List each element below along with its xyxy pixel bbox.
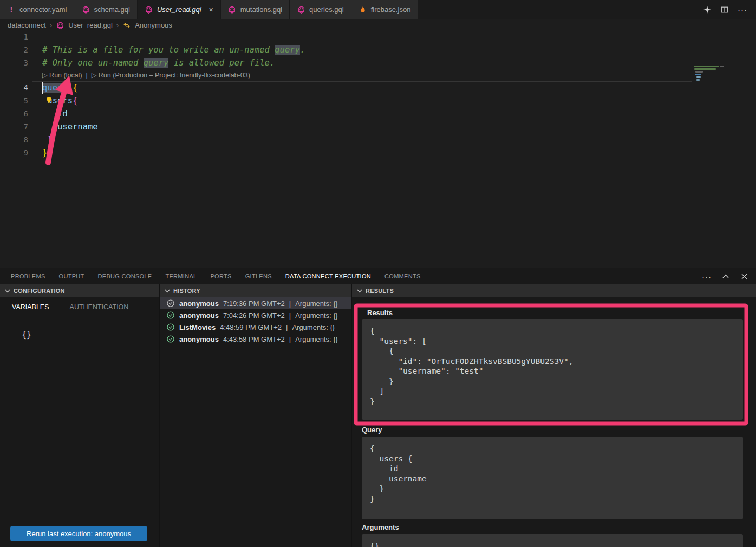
panel-tab-ports[interactable]: PORTS	[210, 268, 231, 284]
rerun-last-execution-button[interactable]: Rerun last execution: anonymous	[10, 526, 147, 541]
codelens-row: ▷ Run (local) | ▷ Run (Production – Proj…	[42, 69, 250, 81]
history-arguments: Arguments: {}	[295, 335, 338, 343]
code-line-6: id	[42, 107, 68, 120]
tab-label: firebase.json	[371, 5, 411, 14]
code-line-2: # This is a file for you to write an un-…	[42, 43, 305, 56]
line-number: 1	[0, 30, 28, 43]
separator: |	[289, 335, 291, 343]
tab-firebase-json[interactable]: firebase.json	[351, 0, 419, 19]
tab-schema-gql[interactable]: schema.gql	[74, 0, 137, 19]
close-tab-icon[interactable]: ×	[209, 5, 213, 14]
panel-tab-problems[interactable]: PROBLEMS	[11, 268, 45, 284]
close-panel-icon[interactable]	[740, 272, 748, 281]
editor-actions: ···	[703, 0, 756, 19]
maximize-panel-icon[interactable]	[721, 272, 730, 281]
history-arguments: Arguments: {}	[295, 299, 338, 308]
tab-label: schema.gql	[94, 5, 129, 14]
line-number: 7	[0, 120, 28, 133]
current-line-highlight	[32, 81, 692, 94]
history-arguments: Arguments: {}	[295, 311, 338, 320]
line-number: 9	[0, 146, 28, 159]
history-item[interactable]: anonymous 7:19:36 PM GMT+2 | Arguments: …	[160, 297, 351, 309]
tab-mutations-gql[interactable]: mutations.gql	[221, 0, 290, 19]
split-editor-icon[interactable]	[720, 5, 729, 14]
chevron-down-icon	[165, 289, 170, 293]
panel-actions: ···	[702, 268, 756, 284]
editor-tab-bar: ! connector.yaml schema.gql User_read.gq…	[0, 0, 756, 19]
configuration-header[interactable]: CONFIGURATION	[0, 284, 159, 297]
arguments-box: {}	[362, 534, 743, 547]
chevron-right-icon: ›	[116, 21, 119, 29]
tab-variables[interactable]: VARIABLES	[12, 303, 49, 315]
code-editor[interactable]: 1 2 3 4 5 6 7 8 9 # This is a file for y…	[0, 31, 756, 268]
history-header[interactable]: HISTORY	[160, 284, 351, 297]
history-time: 7:04:26 PM GMT+2	[223, 311, 285, 320]
breadcrumb-symbol[interactable]: Anonymous	[135, 21, 172, 29]
graphql-icon	[145, 5, 153, 14]
tab-label: mutations.gql	[240, 5, 282, 14]
check-circle-icon	[166, 335, 175, 343]
tab-label: queries.gql	[309, 5, 344, 14]
run-production-link[interactable]: ▷ Run (Production – Project: friendly-fl…	[92, 71, 250, 79]
configuration-section: CONFIGURATION VARIABLES AUTHENTICATION {…	[0, 284, 159, 547]
line-number: 8	[0, 133, 28, 146]
run-local-link[interactable]: ▷ Run (local)	[42, 71, 82, 79]
history-time: 7:19:36 PM GMT+2	[223, 299, 285, 308]
separator: |	[286, 323, 288, 331]
arguments-text: {}	[370, 541, 735, 547]
chevron-down-icon	[5, 289, 10, 293]
tab-connector-yaml[interactable]: ! connector.yaml	[0, 0, 74, 19]
tab-authentication[interactable]: AUTHENTICATION	[70, 303, 129, 315]
more-actions-icon[interactable]: ···	[738, 5, 747, 14]
graphql-icon	[81, 5, 90, 14]
line-number: 3	[0, 56, 28, 69]
lightbulb-icon[interactable]	[44, 96, 53, 105]
panel-tab-comments[interactable]: COMMENTS	[384, 268, 421, 284]
check-circle-icon	[166, 299, 175, 308]
yaml-warning-icon: !	[7, 5, 16, 14]
text-cursor	[42, 82, 43, 94]
panel-tab-debug-console[interactable]: DEBUG CONSOLE	[98, 268, 152, 284]
separator: |	[289, 311, 291, 320]
tab-queries-gql[interactable]: queries.gql	[290, 0, 351, 19]
results-label: Results	[367, 309, 393, 317]
panel-tab-gitlens[interactable]: GITLENS	[245, 268, 272, 284]
code-line-3: # Only one un-named query is allowed per…	[42, 56, 275, 69]
code-line-9: }	[42, 146, 47, 159]
results-header[interactable]: RESULTS	[352, 284, 756, 297]
history-item[interactable]: anonymous 7:04:26 PM GMT+2 | Arguments: …	[160, 309, 351, 321]
word-occurrence-highlight: query	[144, 58, 169, 68]
history-section: HISTORY anonymous 7:19:36 PM GMT+2 | Arg…	[159, 284, 351, 547]
history-item[interactable]: ListMovies 4:48:59 PM GMT+2 | Arguments:…	[160, 321, 351, 333]
configuration-tabs: VARIABLES AUTHENTICATION	[0, 297, 159, 315]
results-section: RESULTS Results { "users": [ { "id": "Or…	[351, 284, 756, 547]
panel-tab-data-connect-execution[interactable]: DATA CONNECT EXECUTION	[285, 268, 371, 284]
check-circle-icon	[166, 311, 175, 320]
breadcrumb-folder[interactable]: dataconnect	[8, 21, 46, 29]
play-icon: ▷	[92, 71, 97, 79]
tab-user-read-gql[interactable]: User_read.gql ×	[138, 0, 221, 19]
panel-tab-terminal[interactable]: TERMINAL	[165, 268, 197, 284]
copilot-sparkle-icon[interactable]	[703, 5, 712, 14]
separator: |	[289, 299, 291, 308]
line-number: 4	[0, 81, 28, 94]
history-query-name: anonymous	[179, 299, 219, 308]
results-json: { "users": [ { "id": "OrTucFODZHTksvBSBU…	[370, 326, 735, 406]
variables-value[interactable]: {}	[22, 330, 159, 340]
line-number: 6	[0, 107, 28, 120]
history-time: 4:48:59 PM GMT+2	[220, 323, 282, 331]
check-circle-icon	[166, 323, 175, 331]
results-json-box: { "users": [ { "id": "OrTucFODZHTksvBSBU…	[362, 319, 743, 420]
flame-icon	[359, 5, 367, 14]
chevron-down-icon	[357, 289, 362, 293]
history-item[interactable]: anonymous 4:43:58 PM GMT+2 | Arguments: …	[160, 333, 351, 345]
tab-label: connector.yaml	[19, 5, 67, 14]
panel-more-actions-icon[interactable]: ···	[702, 272, 712, 281]
bottom-panel: PROBLEMS OUTPUT DEBUG CONSOLE TERMINAL P…	[0, 268, 756, 547]
arguments-label: Arguments	[362, 523, 399, 531]
panel-tab-output[interactable]: OUTPUT	[59, 268, 84, 284]
minimap[interactable]	[694, 64, 725, 99]
breadcrumb-file[interactable]: User_read.gql	[68, 21, 113, 29]
panel-tab-bar: PROBLEMS OUTPUT DEBUG CONSOLE TERMINAL P…	[0, 268, 756, 284]
code-line-7: username	[42, 120, 98, 133]
